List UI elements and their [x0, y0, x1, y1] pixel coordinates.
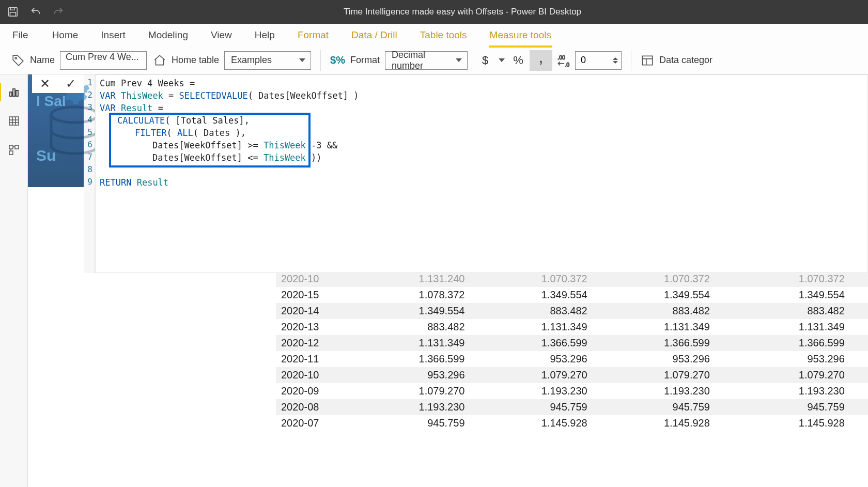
svg-rect-12 — [9, 117, 19, 125]
table-row[interactable]: 2020-101.131.2401.070.3721.070.3721.070.… — [276, 273, 868, 287]
format-value: Decimal number — [392, 50, 435, 71]
format-label: Format — [350, 55, 380, 66]
tab-modeling[interactable]: Modeling — [137, 24, 199, 47]
table-row[interactable]: 2020-10953.2961.079.2701.079.2701.079.27… — [276, 367, 868, 383]
svg-rect-18 — [15, 145, 19, 149]
home-icon — [153, 54, 166, 67]
formula-editor[interactable]: Cum Prev 4 Weeks = VAR ThisWeek = SELECT… — [95, 74, 868, 273]
report-bg-tile: l Sal Su ✕ ✓ — [28, 74, 84, 187]
chevron-down-icon — [299, 58, 305, 62]
commit-formula-button[interactable]: ✓ — [58, 74, 84, 93]
tab-help[interactable]: Help — [243, 24, 286, 47]
thousands-sep-button[interactable]: , — [530, 50, 552, 71]
svg-rect-2 — [10, 12, 16, 16]
window-title: Time Intelligence made easy with Offsets… — [64, 7, 861, 17]
format-icon: $% — [330, 54, 345, 66]
view-switcher — [0, 74, 28, 487]
model-view-icon[interactable] — [7, 143, 21, 157]
svg-rect-6 — [642, 56, 653, 65]
tab-table-tools[interactable]: Table tools — [409, 24, 478, 47]
svg-rect-9 — [10, 92, 12, 96]
svg-rect-10 — [13, 89, 15, 96]
home-table-value: Examples — [231, 55, 272, 66]
decimals-value: 0 — [576, 55, 613, 66]
tab-file[interactable]: File — [0, 24, 41, 47]
svg-text:.00: .00 — [557, 54, 565, 60]
tag-icon — [11, 54, 25, 67]
svg-rect-11 — [16, 90, 18, 96]
percent-button[interactable]: % — [507, 50, 530, 71]
svg-point-3 — [15, 57, 17, 59]
name-label: Name — [30, 55, 55, 66]
redo-icon[interactable] — [53, 6, 64, 18]
svg-text:.0: .0 — [565, 61, 569, 67]
save-icon[interactable] — [7, 6, 19, 18]
svg-rect-19 — [9, 151, 13, 155]
report-view-icon[interactable] — [7, 85, 21, 99]
chevron-down-icon — [456, 58, 462, 62]
tab-data-drill[interactable]: Data / Drill — [340, 24, 409, 47]
table-row[interactable]: 2020-121.131.3491.366.5991.366.5991.366.… — [276, 335, 868, 351]
tab-view[interactable]: View — [199, 24, 243, 47]
currency-dropdown[interactable] — [497, 50, 507, 71]
currency-button[interactable]: $ — [474, 50, 497, 71]
tab-measure-tools[interactable]: Measure tools — [478, 24, 563, 47]
table-row[interactable]: 2020-151.078.3721.349.5541.349.5541.349.… — [276, 287, 868, 303]
table-row[interactable]: 2020-13883.4821.131.3491.131.3491.131.34… — [276, 319, 868, 335]
data-category-label: Data categor — [659, 55, 712, 66]
table-row[interactable]: 2020-141.349.554883.482883.482883.4824. — [276, 303, 868, 319]
svg-rect-17 — [9, 145, 13, 149]
ribbon-content: Name Cum Prev 4 We... Home table Example… — [0, 47, 868, 74]
table-row[interactable]: 2020-111.366.599953.296953.296953.2964. — [276, 351, 868, 367]
data-view-icon[interactable] — [7, 114, 21, 128]
home-table-dropdown[interactable]: Examples — [224, 51, 311, 70]
decimals-spinner[interactable]: 0 — [575, 51, 622, 70]
tab-insert[interactable]: Insert — [89, 24, 137, 47]
tab-home[interactable]: Home — [41, 24, 90, 47]
category-icon — [641, 54, 654, 67]
result-table[interactable]: 2020-101.131.2401.070.3721.070.3721.070.… — [276, 273, 868, 431]
svg-rect-1 — [10, 8, 14, 10]
home-table-label: Home table — [172, 55, 219, 66]
title-bar: Time Intelligence made easy with Offsets… — [0, 0, 868, 24]
measure-name-input[interactable]: Cum Prev 4 We... — [60, 51, 147, 70]
tab-format[interactable]: Format — [286, 24, 340, 47]
undo-icon[interactable] — [30, 6, 41, 18]
cancel-formula-button[interactable]: ✕ — [32, 74, 58, 93]
ribbon-tabs: File Home Insert Modeling View Help Form… — [0, 24, 868, 47]
table-row[interactable]: 2020-091.079.2701.193.2301.193.2301.193.… — [276, 383, 868, 399]
decimals-icon[interactable]: .00.0 — [552, 50, 575, 71]
table-row[interactable]: 2020-081.193.230945.759945.759945.7594. — [276, 399, 868, 415]
format-dropdown[interactable]: Decimal number — [385, 51, 468, 70]
table-row[interactable]: 2020-07945.7591.145.9281.145.9281.145.92… — [276, 415, 868, 431]
